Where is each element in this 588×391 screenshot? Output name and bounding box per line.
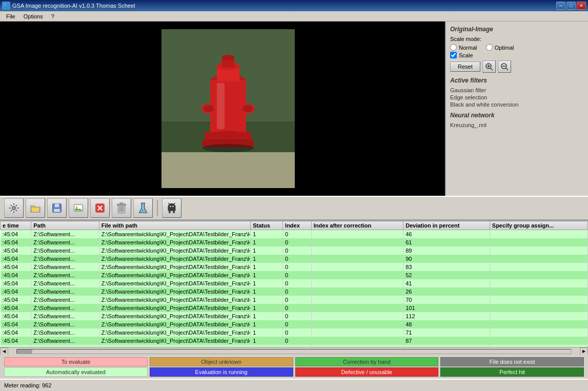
table-row[interactable]: :45:04Z:\Softwareent...Z:\Softwareentwic…: [1, 238, 588, 246]
flask-button[interactable]: [133, 198, 153, 218]
table-cell: Z:\Softwareent...: [31, 312, 99, 320]
table-cell: 61: [403, 238, 490, 246]
table-cell: [311, 271, 403, 279]
table-cell: 0: [283, 263, 312, 271]
android-icon: [167, 202, 177, 214]
normal-radio[interactable]: [450, 44, 457, 51]
table-header-row: e time Path File with path Status Index …: [1, 221, 588, 230]
table-cell: 0: [283, 296, 312, 304]
table-cell: Z:\Softwareentwicklung\KI_Project\DATA\T…: [99, 287, 250, 296]
table-cell: 41: [403, 279, 490, 287]
table-cell: Z:\Softwareentwicklung\KI_Project\DATA\T…: [99, 246, 250, 255]
table-row[interactable]: :45:04Z:\Softwareent...Z:\Softwareentwic…: [1, 271, 588, 279]
table-cell: 1: [251, 246, 283, 255]
table-cell: 26: [403, 287, 490, 296]
table-cell: Z:\Softwareentwicklung\KI_Project\DATA\T…: [99, 337, 250, 345]
save-button[interactable]: [47, 198, 67, 218]
table-row[interactable]: :45:04Z:\Softwareent...Z:\Softwareentwic…: [1, 263, 588, 271]
legend-object-unknown: Object unknown: [150, 357, 293, 366]
zoom-out-button[interactable]: [498, 60, 511, 73]
table-cell: [311, 320, 403, 328]
table-cell: 0: [283, 238, 312, 246]
menu-file[interactable]: File: [2, 12, 19, 20]
table-cell: :45:04: [1, 271, 31, 279]
table-cell: 112: [403, 312, 490, 320]
table-cell: Z:\Softwareentwicklung\KI_Project\DATA\T…: [99, 328, 250, 337]
table-cell: Z:\Softwareentwicklung\KI_Project\DATA\T…: [99, 304, 250, 312]
meter-value: 962: [42, 382, 51, 388]
legend-perfect-hit: Perfect hit: [440, 367, 584, 377]
data-table: e time Path File with path Status Index …: [0, 221, 588, 347]
original-image-section: Original-Image Scale mode: Normal Optima…: [450, 26, 584, 73]
menu-options[interactable]: Options: [19, 12, 47, 20]
table-cell: [490, 304, 587, 312]
app-icon: 🔷: [2, 2, 10, 10]
table-row[interactable]: :45:04Z:\Softwareent...Z:\Softwareentwic…: [1, 312, 588, 320]
svg-line-49: [168, 203, 170, 204]
filter-bw: Black and white conversion: [450, 101, 584, 108]
svg-line-50: [174, 203, 175, 204]
table-cell: Z:\Softwareentwicklung\KI_Project\DATA\T…: [99, 320, 250, 328]
table-cell: 0: [283, 255, 312, 263]
zoom-in-button[interactable]: [482, 60, 496, 73]
table-row[interactable]: :45:04Z:\Softwareent...Z:\Softwareentwic…: [1, 337, 588, 345]
table-row[interactable]: :45:04Z:\Softwareent...Z:\Softwareentwic…: [1, 279, 588, 287]
close-button[interactable]: ✕: [577, 2, 586, 10]
scroll-thumb[interactable]: [17, 349, 32, 354]
svg-rect-44: [168, 207, 176, 211]
table-cell: [490, 328, 587, 337]
table-container[interactable]: e time Path File with path Status Index …: [0, 220, 588, 347]
table-row[interactable]: :45:04Z:\Softwareent...Z:\Softwareentwic…: [1, 328, 588, 337]
table-cell: [311, 230, 403, 238]
table-row[interactable]: :45:04Z:\Softwareent...Z:\Softwareentwic…: [1, 296, 588, 304]
table-cell: :45:04: [1, 230, 31, 238]
android-button[interactable]: [162, 198, 181, 218]
settings-button[interactable]: [4, 198, 24, 218]
optimal-radio[interactable]: [486, 44, 493, 51]
legend-defective: Defective / unusable: [295, 367, 439, 377]
table-cell: [311, 328, 403, 337]
svg-rect-2: [161, 152, 295, 188]
neural-name: Kreuzung_.nnl: [450, 122, 584, 128]
svg-rect-16: [217, 83, 225, 129]
scroll-right-arrow[interactable]: ▶: [580, 347, 588, 356]
table-cell: 89: [403, 246, 490, 255]
right-panel: Original-Image Scale mode: Normal Optima…: [446, 22, 588, 196]
menu-help[interactable]: ?: [47, 12, 58, 20]
table-cell: 1: [251, 312, 283, 320]
table-cell: 0: [283, 312, 312, 320]
reset-button[interactable]: Reset: [450, 61, 480, 72]
scale-checkbox[interactable]: [450, 52, 457, 58]
table-cell: 48: [403, 320, 490, 328]
table-cell: 87: [403, 337, 490, 345]
table-row[interactable]: :45:04Z:\Softwareent...Z:\Softwareentwic…: [1, 246, 588, 255]
table-row[interactable]: :45:04Z:\Softwareent...Z:\Softwareentwic…: [1, 320, 588, 328]
table-row[interactable]: :45:04Z:\Softwareent...Z:\Softwareentwic…: [1, 230, 588, 238]
maximize-button[interactable]: □: [566, 2, 576, 10]
table-row[interactable]: :45:04Z:\Softwareent...Z:\Softwareentwic…: [1, 255, 588, 263]
svg-point-13: [242, 105, 253, 112]
table-cell: :45:04: [1, 246, 31, 255]
table-row[interactable]: :45:04Z:\Softwareent...Z:\Softwareentwic…: [1, 287, 588, 296]
scroll-track[interactable]: [16, 349, 572, 354]
minimize-button[interactable]: ─: [556, 2, 565, 10]
svg-line-23: [506, 68, 508, 70]
table-row[interactable]: :45:04Z:\Softwareent...Z:\Softwareentwic…: [1, 304, 588, 312]
svg-point-42: [144, 209, 145, 210]
table-cell: [490, 255, 587, 263]
toolbar-separator: [157, 200, 158, 216]
image-button[interactable]: [69, 198, 88, 218]
scale-checkbox-row: Scale: [450, 52, 584, 58]
delete-button[interactable]: [112, 198, 131, 218]
image-canvas: [0, 22, 445, 196]
delete-icon: [117, 202, 126, 214]
table-cell: Z:\Softwareentwicklung\KI_Project\DATA\T…: [99, 312, 250, 320]
scroll-left-arrow[interactable]: ◀: [0, 347, 8, 356]
open-folder-button[interactable]: [26, 198, 45, 218]
col-deviation: Deviation in percent: [403, 221, 490, 230]
window-title: GSA Image recognition-AI v1.0.3 Thomas S…: [12, 3, 135, 9]
table-cell: Z:\Softwareent...: [31, 230, 99, 238]
cancel-button[interactable]: [90, 198, 110, 218]
table-cell: Z:\Softwareent...: [31, 337, 99, 345]
table-cell: Z:\Softwareentwicklung\KI_Project\DATA\T…: [99, 296, 250, 304]
